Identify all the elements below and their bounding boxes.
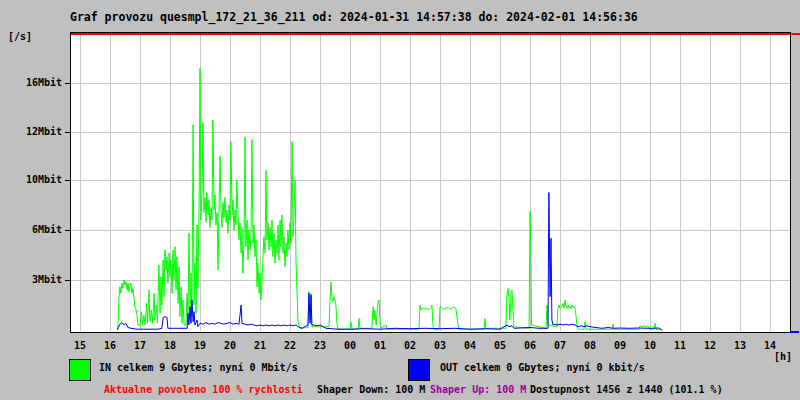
x-tick-label: 09 xyxy=(607,340,633,352)
x-tick-label: 03 xyxy=(427,340,453,352)
legend-out-swatch xyxy=(408,359,430,381)
footer-availability: Dostupnost 1456 z 1440 (101.1 %) xyxy=(530,384,723,395)
page-title: Graf provozu quesmpl_172_21_36_211 od: 2… xyxy=(70,10,638,24)
y-tick-label: 10Mbit xyxy=(2,174,62,186)
x-tick-label: 18 xyxy=(157,340,183,352)
x-axis-unit-label: [h] xyxy=(764,351,792,362)
x-tick-label: 15 xyxy=(67,340,93,352)
y-tick-label: 6Mbit xyxy=(2,224,62,236)
x-tick-label: 02 xyxy=(397,340,423,352)
x-tick-label: 01 xyxy=(367,340,393,352)
traffic-chart-canvas xyxy=(62,32,800,333)
y-tick-label: 16Mbit xyxy=(2,77,62,89)
x-tick-label: 00 xyxy=(337,340,363,352)
y-tick-label: 12Mbit xyxy=(2,126,62,138)
legend-in-label: IN celkem 9 Gbytes; nyní 0 Mbit/s xyxy=(99,362,298,373)
x-tick-label: 23 xyxy=(307,340,333,352)
footer-allowed-speed: Aktualne povoleno 100 % rychlosti xyxy=(104,384,303,395)
x-tick-label: 04 xyxy=(457,340,483,352)
x-tick-label: 19 xyxy=(187,340,213,352)
x-tick-label: 17 xyxy=(127,340,153,352)
x-tick-label: 22 xyxy=(277,340,303,352)
x-tick-label: 07 xyxy=(547,340,573,352)
legend-in-swatch xyxy=(69,359,91,381)
y-axis-unit-label: [/s] xyxy=(8,31,32,42)
footer-shaper-down: Shaper Down: 100 M xyxy=(317,384,425,395)
y-tick-label: 3Mbit xyxy=(2,274,62,286)
x-tick-label: 11 xyxy=(667,340,693,352)
traffic-graph-page: { "title": "Graf provozu quesmpl_172_21_… xyxy=(0,0,800,400)
x-tick-label: 13 xyxy=(727,340,753,352)
x-tick-label: 08 xyxy=(577,340,603,352)
legend-out-label: OUT celkem 0 Gbytes; nyní 0 kbit/s xyxy=(440,362,645,373)
x-tick-label: 05 xyxy=(487,340,513,352)
x-tick-label: 16 xyxy=(97,340,123,352)
footer-shaper-up: Shaper Up: 100 M xyxy=(430,384,526,395)
x-tick-label: 20 xyxy=(217,340,243,352)
x-tick-label: 06 xyxy=(517,340,543,352)
x-tick-label: 10 xyxy=(637,340,663,352)
x-tick-label: 12 xyxy=(697,340,723,352)
x-tick-label: 21 xyxy=(247,340,273,352)
traffic-chart xyxy=(62,32,800,333)
